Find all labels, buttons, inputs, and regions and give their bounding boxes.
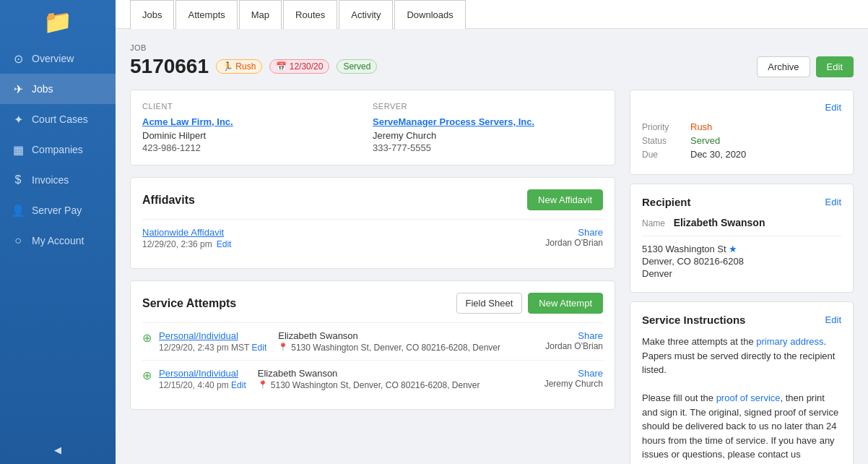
address-line-1: 5130 Washington St ★: [642, 244, 841, 254]
priority-value: Rush: [690, 121, 712, 132]
attempt-meta-1: 12/29/20, 2:43 pm MST Edit: [159, 343, 266, 353]
tab-downloads[interactable]: Downloads: [394, 0, 465, 29]
job-number: 5170661: [130, 55, 209, 78]
attempt-right-2: Share Jeremy Church: [544, 368, 603, 389]
attempt-buttons: Field Sheet New Attempt: [456, 293, 603, 314]
invoices-icon: $: [12, 173, 25, 186]
address-line-2: Denver, CO 80216-6208: [642, 256, 841, 267]
attempt-timezone-1: MST: [231, 343, 249, 353]
attempt-recipient-2: Elizabeth Swanson: [258, 368, 533, 379]
badge-date: 📅 12/30/20: [269, 59, 329, 74]
affidavit-row: Nationwide Affidavit 12/29/20, 2:36 pm E…: [142, 219, 603, 257]
affidavit-meta: 12/29/20, 2:36 pm Edit: [142, 239, 231, 249]
field-sheet-button[interactable]: Field Sheet: [456, 293, 523, 314]
main-area: Jobs Attempts Map Routes Activity Downlo…: [116, 0, 868, 464]
affidavit-right: Share Jordan O'Brian: [545, 227, 603, 248]
service-instructions-panel: Service Instructions Edit Make three att…: [630, 301, 854, 464]
new-affidavit-button[interactable]: New Affidavit: [527, 189, 603, 210]
expand-icon-1[interactable]: ⊕: [142, 331, 152, 345]
attempt-info-2: Personal/Individual 12/15/20, 4:40 pm Ed…: [159, 368, 246, 390]
attempt-address-text-1: 5130 Washington St, Denver, CO 80216-620…: [291, 343, 500, 353]
attempt-edit-link-2[interactable]: Edit: [231, 380, 246, 390]
tab-routes[interactable]: Routes: [283, 0, 337, 29]
due-label: Due: [642, 150, 682, 160]
attempt-meta-2: 12/15/20, 4:40 pm Edit: [159, 380, 246, 390]
recipient-name: Elizabeth Swanson: [674, 217, 765, 228]
client-company[interactable]: Acme Law Firm, Inc.: [142, 116, 373, 127]
tab-jobs[interactable]: Jobs: [130, 0, 174, 29]
court-cases-icon: ✦: [12, 113, 25, 126]
affidavit-name[interactable]: Nationwide Affidavit: [142, 227, 231, 238]
job-title-row: 5170661 🏃 Rush 📅 12/30/20 Served Archive…: [130, 55, 854, 78]
status-row: Status Served: [642, 135, 841, 146]
recipient-name-label: Name Elizabeth Swanson: [642, 217, 841, 228]
sidebar-item-label: Overview: [32, 53, 74, 64]
service-instructions-title: Service Instructions: [642, 314, 745, 326]
sidebar-collapse-button[interactable]: ◀: [0, 436, 116, 464]
sidebar-item-label: Invoices: [32, 174, 69, 186]
client-phone: 423-986-1212: [142, 142, 373, 153]
server-company[interactable]: ServeManager Process Servers, Inc.: [373, 116, 603, 127]
recipient-edit-link[interactable]: Edit: [825, 197, 841, 207]
attempt-share-1[interactable]: Share: [545, 330, 603, 341]
sidebar-item-jobs[interactable]: ✈ Jobs: [0, 74, 116, 104]
location-icon-2: 📍: [258, 380, 268, 390]
highlight-proof: proof of service: [716, 392, 781, 403]
highlight-primary: primary address: [756, 336, 823, 347]
attempt-edit-link-1[interactable]: Edit: [252, 343, 267, 353]
server-phone: 333-777-5555: [373, 142, 603, 153]
attempt-left-2: ⊕ Personal/Individual 12/15/20, 4:40 pm …: [142, 368, 246, 390]
attempt-left-1: ⊕ Personal/Individual 12/29/20, 2:43 pm …: [142, 330, 266, 353]
overview-icon: ⊙: [12, 52, 25, 65]
attempt-type-1[interactable]: Personal/Individual: [159, 330, 266, 341]
attempt-server-2: Jeremy Church: [544, 379, 603, 389]
client-contact: Dominic Hilpert: [142, 130, 373, 141]
header-actions: Archive Edit: [757, 56, 854, 77]
sidebar-item-court-cases[interactable]: ✦ Court Cases: [0, 104, 116, 134]
content-body: CLIENT Acme Law Firm, Inc. Dominic Hilpe…: [130, 90, 854, 464]
attempt-recipient-1: Elizabeth Swanson: [278, 330, 534, 341]
archive-button[interactable]: Archive: [757, 56, 810, 77]
name-label: Name: [642, 218, 665, 228]
tab-map[interactable]: Map: [239, 0, 282, 29]
server-contact: Jeremy Church: [373, 130, 603, 141]
affidavits-title: Affidavits: [142, 194, 195, 207]
service-attempts-card: Service Attempts Field Sheet New Attempt…: [130, 280, 615, 410]
companies-icon: ▦: [12, 143, 25, 156]
affidavit-edit-link[interactable]: Edit: [217, 239, 232, 249]
expand-icon-2[interactable]: ⊕: [142, 369, 152, 382]
status-edit-link[interactable]: Edit: [825, 102, 841, 113]
due-value: Dec 30, 2020: [690, 149, 746, 160]
service-instructions-edit-link[interactable]: Edit: [825, 314, 841, 325]
location-icon-1: 📍: [278, 343, 288, 352]
top-tab-bar: Jobs Attempts Map Routes Activity Downlo…: [116, 0, 868, 29]
recipient-title: Recipient: [642, 196, 691, 208]
new-attempt-button[interactable]: New Attempt: [528, 293, 603, 314]
attempt-type-2[interactable]: Personal/Individual: [159, 368, 246, 379]
sidebar-logo: 📁: [0, 0, 116, 43]
tab-activity[interactable]: Activity: [339, 0, 393, 29]
attempt-row-content-1: ⊕ Personal/Individual 12/29/20, 2:43 pm …: [142, 330, 603, 353]
affidavit-left: Nationwide Affidavit 12/29/20, 2:36 pm E…: [142, 227, 231, 249]
affidavit-share-link[interactable]: Share: [545, 227, 603, 238]
left-column: CLIENT Acme Law Firm, Inc. Dominic Hilpe…: [130, 90, 615, 464]
affidavits-card: Affidavits New Affidavit Nationwide Affi…: [130, 177, 615, 269]
attempt-row-2: ⊕ Personal/Individual 12/15/20, 4:40 pm …: [142, 360, 603, 398]
recipient-panel-header: Recipient Edit: [642, 196, 841, 208]
sidebar-item-server-pay[interactable]: 👤 Server Pay: [0, 195, 116, 225]
sidebar-item-companies[interactable]: ▦ Companies: [0, 134, 116, 165]
status-panel-header: Edit: [642, 102, 841, 113]
sidebar-item-invoices[interactable]: $ Invoices: [0, 165, 116, 195]
attempt-info-1: Personal/Individual 12/29/20, 2:43 pm MS…: [159, 330, 266, 353]
server-section: SERVER ServeManager Process Servers, Inc…: [373, 102, 603, 153]
tab-attempts[interactable]: Attempts: [175, 0, 237, 29]
sidebar-item-my-account[interactable]: ○ My Account: [0, 225, 116, 256]
attempt-share-2[interactable]: Share: [544, 368, 603, 379]
sidebar-item-overview[interactable]: ⊙ Overview: [0, 43, 116, 74]
service-attempts-title: Service Attempts: [142, 297, 236, 310]
content-area: JOB 5170661 🏃 Rush 📅 12/30/20 Served Arc…: [116, 29, 868, 464]
edit-job-button[interactable]: Edit: [816, 56, 854, 77]
sidebar: 📁 ⊙ Overview ✈ Jobs ✦ Court Cases ▦ Comp…: [0, 0, 116, 464]
client-label: CLIENT: [142, 102, 373, 111]
due-row: Due Dec 30, 2020: [642, 149, 841, 160]
